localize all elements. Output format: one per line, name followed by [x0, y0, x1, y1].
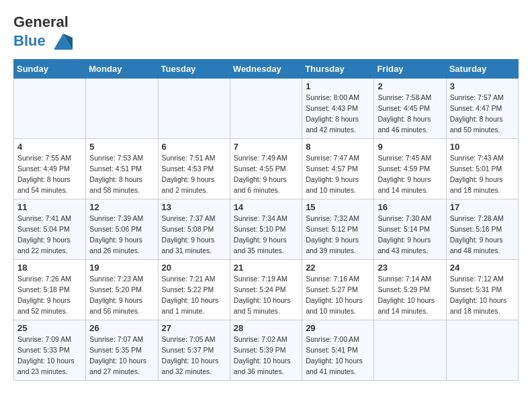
day-number: 9 — [378, 142, 442, 152]
day-number: 3 — [450, 81, 515, 91]
calendar-cell: 27Sunrise: 7:05 AM Sunset: 5:37 PM Dayli… — [158, 320, 230, 381]
calendar-cell: 15Sunrise: 7:32 AM Sunset: 5:12 PM Dayli… — [302, 199, 374, 260]
day-info: Sunrise: 7:21 AM Sunset: 5:22 PM Dayligh… — [162, 274, 226, 316]
day-number: 11 — [17, 202, 82, 212]
calendar-cell: 28Sunrise: 7:02 AM Sunset: 5:39 PM Dayli… — [230, 320, 302, 381]
calendar-cell: 21Sunrise: 7:19 AM Sunset: 5:24 PM Dayli… — [230, 260, 302, 320]
calendar-cell: 7Sunrise: 7:49 AM Sunset: 4:55 PM Daylig… — [230, 139, 302, 199]
calendar-cell — [374, 320, 446, 381]
day-number: 7 — [234, 142, 298, 152]
calendar-cell: 10Sunrise: 7:43 AM Sunset: 5:01 PM Dayli… — [446, 139, 518, 199]
day-number: 24 — [450, 263, 515, 273]
day-info: Sunrise: 7:14 AM Sunset: 5:29 PM Dayligh… — [378, 274, 442, 316]
day-number: 14 — [234, 202, 298, 212]
calendar-cell: 17Sunrise: 7:28 AM Sunset: 5:16 PM Dayli… — [446, 199, 518, 260]
day-number: 21 — [234, 263, 298, 273]
day-number: 2 — [378, 81, 442, 91]
day-number: 12 — [89, 202, 154, 212]
calendar-week-row: 4Sunrise: 7:55 AM Sunset: 4:49 PM Daylig… — [14, 139, 519, 199]
calendar-week-row: 18Sunrise: 7:26 AM Sunset: 5:18 PM Dayli… — [14, 260, 519, 320]
calendar-week-row: 1Sunrise: 8:00 AM Sunset: 4:43 PM Daylig… — [14, 79, 519, 139]
calendar-cell: 25Sunrise: 7:09 AM Sunset: 5:33 PM Dayli… — [14, 320, 86, 381]
day-info: Sunrise: 7:55 AM Sunset: 4:49 PM Dayligh… — [17, 153, 82, 195]
day-info: Sunrise: 7:28 AM Sunset: 5:16 PM Dayligh… — [450, 214, 515, 256]
day-number: 18 — [17, 263, 82, 273]
calendar-cell — [86, 79, 158, 139]
day-number: 1 — [306, 81, 370, 91]
day-of-week-header: Wednesday — [230, 60, 302, 79]
day-info: Sunrise: 7:23 AM Sunset: 5:20 PM Dayligh… — [89, 274, 154, 316]
day-number: 15 — [306, 202, 370, 212]
calendar-table: SundayMondayTuesdayWednesdayThursdayFrid… — [13, 59, 519, 381]
day-number: 25 — [17, 323, 82, 333]
logo-blue-text: Blue — [13, 32, 46, 49]
day-number: 19 — [89, 263, 154, 273]
page-header: General Blue — [13, 13, 519, 52]
logo-general-text: General — [13, 13, 69, 30]
day-number: 20 — [162, 263, 226, 273]
calendar-week-row: 25Sunrise: 7:09 AM Sunset: 5:33 PM Dayli… — [14, 320, 519, 381]
day-number: 23 — [378, 263, 442, 273]
calendar-cell: 12Sunrise: 7:39 AM Sunset: 5:06 PM Dayli… — [86, 199, 158, 260]
calendar-cell: 9Sunrise: 7:45 AM Sunset: 4:59 PM Daylig… — [374, 139, 446, 199]
calendar-cell: 5Sunrise: 7:53 AM Sunset: 4:51 PM Daylig… — [86, 139, 158, 199]
calendar-cell: 8Sunrise: 7:47 AM Sunset: 4:57 PM Daylig… — [302, 139, 374, 199]
day-number: 8 — [306, 142, 370, 152]
day-info: Sunrise: 7:09 AM Sunset: 5:33 PM Dayligh… — [17, 334, 82, 377]
calendar-cell: 3Sunrise: 7:57 AM Sunset: 4:47 PM Daylig… — [446, 79, 518, 139]
day-of-week-header: Saturday — [446, 60, 518, 79]
calendar-week-row: 11Sunrise: 7:41 AM Sunset: 5:04 PM Dayli… — [14, 199, 519, 260]
day-info: Sunrise: 7:39 AM Sunset: 5:06 PM Dayligh… — [89, 214, 154, 256]
calendar-cell: 23Sunrise: 7:14 AM Sunset: 5:29 PM Dayli… — [374, 260, 446, 320]
calendar-cell: 22Sunrise: 7:16 AM Sunset: 5:27 PM Dayli… — [302, 260, 374, 320]
calendar-cell: 18Sunrise: 7:26 AM Sunset: 5:18 PM Dayli… — [14, 260, 86, 320]
day-info: Sunrise: 7:12 AM Sunset: 5:31 PM Dayligh… — [450, 274, 515, 316]
day-info: Sunrise: 7:43 AM Sunset: 5:01 PM Dayligh… — [450, 153, 515, 195]
calendar-header-row: SundayMondayTuesdayWednesdayThursdayFrid… — [14, 60, 519, 79]
day-info: Sunrise: 7:58 AM Sunset: 4:45 PM Dayligh… — [378, 93, 442, 135]
day-number: 28 — [234, 323, 298, 333]
day-of-week-header: Monday — [86, 60, 158, 79]
day-info: Sunrise: 7:02 AM Sunset: 5:39 PM Dayligh… — [234, 334, 298, 377]
day-of-week-header: Thursday — [302, 60, 374, 79]
calendar-cell: 26Sunrise: 7:07 AM Sunset: 5:35 PM Dayli… — [86, 320, 158, 381]
calendar-cell: 16Sunrise: 7:30 AM Sunset: 5:14 PM Dayli… — [374, 199, 446, 260]
day-number: 26 — [89, 323, 154, 333]
day-info: Sunrise: 7:19 AM Sunset: 5:24 PM Dayligh… — [234, 274, 298, 316]
day-info: Sunrise: 7:05 AM Sunset: 5:37 PM Dayligh… — [162, 334, 226, 377]
day-info: Sunrise: 7:41 AM Sunset: 5:04 PM Dayligh… — [17, 214, 82, 256]
logo-icon — [52, 31, 74, 52]
day-number: 10 — [450, 142, 515, 152]
day-of-week-header: Friday — [374, 60, 446, 79]
day-info: Sunrise: 7:47 AM Sunset: 4:57 PM Dayligh… — [306, 153, 370, 195]
day-number: 22 — [306, 263, 370, 273]
day-number: 4 — [17, 142, 82, 152]
calendar-cell: 4Sunrise: 7:55 AM Sunset: 4:49 PM Daylig… — [14, 139, 86, 199]
day-info: Sunrise: 7:34 AM Sunset: 5:10 PM Dayligh… — [234, 214, 298, 256]
calendar-cell: 20Sunrise: 7:21 AM Sunset: 5:22 PM Dayli… — [158, 260, 230, 320]
day-number: 6 — [162, 142, 226, 152]
day-info: Sunrise: 7:53 AM Sunset: 4:51 PM Dayligh… — [89, 153, 154, 195]
calendar-cell: 11Sunrise: 7:41 AM Sunset: 5:04 PM Dayli… — [14, 199, 86, 260]
day-info: Sunrise: 7:37 AM Sunset: 5:08 PM Dayligh… — [162, 214, 226, 256]
day-info: Sunrise: 7:57 AM Sunset: 4:47 PM Dayligh… — [450, 93, 515, 135]
day-info: Sunrise: 7:07 AM Sunset: 5:35 PM Dayligh… — [89, 334, 154, 377]
day-number: 17 — [450, 202, 515, 212]
day-info: Sunrise: 7:49 AM Sunset: 4:55 PM Dayligh… — [234, 153, 298, 195]
day-number: 29 — [306, 323, 370, 333]
day-number: 13 — [162, 202, 226, 212]
logo: General Blue — [13, 13, 74, 52]
day-info: Sunrise: 7:16 AM Sunset: 5:27 PM Dayligh… — [306, 274, 370, 316]
calendar-cell: 2Sunrise: 7:58 AM Sunset: 4:45 PM Daylig… — [374, 79, 446, 139]
calendar-cell: 19Sunrise: 7:23 AM Sunset: 5:20 PM Dayli… — [86, 260, 158, 320]
calendar-cell: 14Sunrise: 7:34 AM Sunset: 5:10 PM Dayli… — [230, 199, 302, 260]
calendar-cell: 24Sunrise: 7:12 AM Sunset: 5:31 PM Dayli… — [446, 260, 518, 320]
day-info: Sunrise: 7:51 AM Sunset: 4:53 PM Dayligh… — [162, 153, 226, 195]
day-info: Sunrise: 7:26 AM Sunset: 5:18 PM Dayligh… — [17, 274, 82, 316]
day-number: 16 — [378, 202, 442, 212]
day-info: Sunrise: 7:45 AM Sunset: 4:59 PM Dayligh… — [378, 153, 442, 195]
calendar-cell — [14, 79, 86, 139]
calendar-cell — [446, 320, 518, 381]
calendar-cell: 29Sunrise: 7:00 AM Sunset: 5:41 PM Dayli… — [302, 320, 374, 381]
day-info: Sunrise: 7:00 AM Sunset: 5:41 PM Dayligh… — [306, 334, 370, 377]
